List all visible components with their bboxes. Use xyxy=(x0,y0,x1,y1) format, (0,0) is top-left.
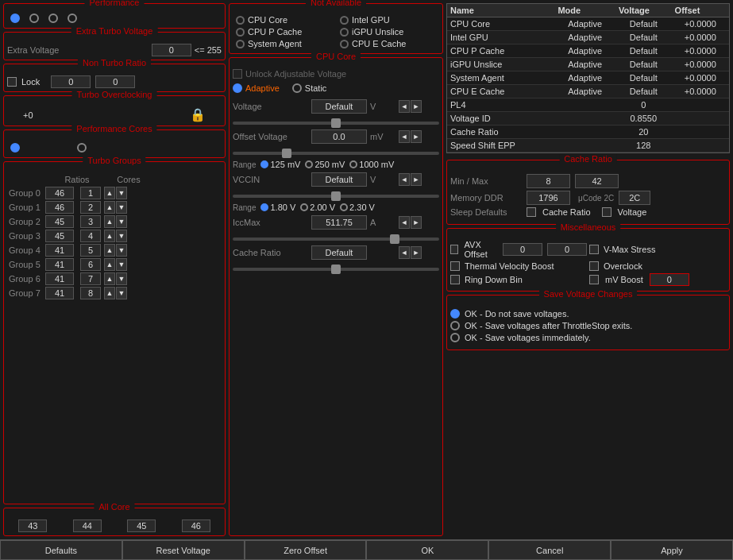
mvboost-checkbox[interactable] xyxy=(589,275,599,284)
range-250[interactable]: 250 mV xyxy=(305,160,345,169)
group-7-ratio[interactable] xyxy=(45,287,74,299)
cache-ratio-input[interactable] xyxy=(311,245,367,260)
sleep-cache-ratio-checkbox[interactable] xyxy=(527,207,536,217)
perf-cores-radio-1[interactable] xyxy=(77,143,87,153)
unlock-checkbox[interactable] xyxy=(233,69,242,79)
voltage-up[interactable]: ◄ xyxy=(399,100,410,113)
cache-ratio-down[interactable]: ► xyxy=(411,246,422,259)
group-5-down[interactable]: ▼ xyxy=(116,258,127,271)
range-125-radio[interactable] xyxy=(260,160,268,168)
group-0-down[interactable]: ▼ xyxy=(116,187,127,199)
perf-radio-2[interactable] xyxy=(48,14,58,23)
save-option-2[interactable]: OK - Save voltages immediately. xyxy=(450,333,726,342)
cache-ratio-up[interactable]: ◄ xyxy=(399,246,410,259)
vccin-200-radio[interactable] xyxy=(300,203,308,211)
vmax-checkbox[interactable] xyxy=(589,245,599,254)
table-row[interactable]: CPU P Cache Adaptive Default +0.0000 xyxy=(447,44,729,58)
vccin-down[interactable]: ► xyxy=(411,173,422,186)
vccin-up[interactable]: ◄ xyxy=(399,173,410,186)
offset-up[interactable]: ◄ xyxy=(399,130,410,143)
table-row[interactable]: System Agent Adaptive Default +0.0000 xyxy=(447,71,729,85)
all-core-val-1[interactable] xyxy=(73,519,102,532)
vccin-200[interactable]: 2.00 V xyxy=(300,203,335,212)
avx-checkbox[interactable] xyxy=(450,245,458,254)
save-radio-0[interactable] xyxy=(450,309,460,319)
voltage-field-input[interactable] xyxy=(311,99,367,114)
min-input[interactable] xyxy=(527,174,570,188)
na-radio-cpu-e-cache[interactable] xyxy=(340,40,349,48)
memddr-input[interactable] xyxy=(527,191,570,205)
group-5-cores[interactable] xyxy=(80,258,101,271)
group-4-cores[interactable] xyxy=(80,244,101,257)
na-radio-system-agent[interactable] xyxy=(236,40,245,48)
offset-input[interactable] xyxy=(311,129,367,144)
mvboost-input[interactable] xyxy=(650,273,689,286)
range-250-radio[interactable] xyxy=(305,160,313,168)
group-2-up[interactable]: ▲ xyxy=(104,215,115,228)
group-3-down[interactable]: ▼ xyxy=(116,230,127,242)
na-radio-igpu-unslice[interactable] xyxy=(340,28,349,37)
all-core-val-3[interactable] xyxy=(182,519,210,532)
group-5-ratio[interactable] xyxy=(45,258,74,271)
perf-radio-0[interactable] xyxy=(10,14,20,23)
perf-radio-1[interactable] xyxy=(29,14,39,23)
group-7-down[interactable]: ▼ xyxy=(116,287,127,299)
group-6-ratio[interactable] xyxy=(45,272,74,285)
group-2-cores[interactable] xyxy=(80,215,101,228)
group-0-ratio[interactable] xyxy=(45,187,74,199)
table-row[interactable]: Voltage ID 0.8550 xyxy=(447,112,729,126)
non-turbo-val1[interactable] xyxy=(51,75,91,88)
group-2-ratio[interactable] xyxy=(45,215,74,228)
perf-cores-radio-0[interactable] xyxy=(10,143,20,153)
vccin-180-radio[interactable] xyxy=(260,203,268,211)
group-6-up[interactable]: ▲ xyxy=(104,272,115,285)
apply-button[interactable]: Apply xyxy=(611,540,733,560)
group-2-down[interactable]: ▼ xyxy=(116,215,127,228)
na-radio-intel-gpu[interactable] xyxy=(340,16,349,25)
max-input[interactable] xyxy=(575,174,619,188)
table-row[interactable]: CPU E Cache Adaptive Default +0.0000 xyxy=(447,85,729,98)
vccin-230[interactable]: 2.30 V xyxy=(340,203,375,212)
reset-voltage-button[interactable]: Reset Voltage xyxy=(122,540,245,560)
table-row[interactable]: PL4 0 xyxy=(447,98,729,112)
na-radio-cpu-core[interactable] xyxy=(236,16,245,25)
iccmax-down[interactable]: ► xyxy=(411,216,422,229)
perf-radio-3[interactable] xyxy=(68,14,77,23)
table-row[interactable]: Speed Shift EPP 128 xyxy=(447,139,729,153)
table-row[interactable]: Cache Ratio 20 xyxy=(447,126,729,139)
sleep-voltage-checkbox[interactable] xyxy=(602,207,611,217)
table-row[interactable]: Intel GPU Adaptive Default +0.0000 xyxy=(447,31,729,44)
group-6-cores[interactable] xyxy=(80,272,101,285)
save-radio-2[interactable] xyxy=(450,333,460,342)
save-option-1[interactable]: OK - Save voltages after ThrottleStop ex… xyxy=(450,321,726,330)
all-core-val-0[interactable] xyxy=(18,519,47,532)
table-row[interactable]: iGPU Unslice Adaptive Default +0.0000 xyxy=(447,58,729,71)
cache-ratio-slider[interactable] xyxy=(233,268,439,271)
group-4-down[interactable]: ▼ xyxy=(116,244,127,257)
ok-button[interactable]: OK xyxy=(366,540,488,560)
group-1-up[interactable]: ▲ xyxy=(104,201,115,214)
group-1-cores[interactable] xyxy=(80,201,101,214)
voltage-slider[interactable] xyxy=(233,122,439,125)
voltage-down[interactable]: ► xyxy=(411,100,422,113)
group-1-down[interactable]: ▼ xyxy=(116,201,127,214)
iccmax-slider[interactable] xyxy=(233,238,439,241)
ringdown-checkbox[interactable] xyxy=(450,275,460,284)
overclock-checkbox[interactable] xyxy=(589,261,599,271)
offset-slider[interactable] xyxy=(233,152,439,155)
group-4-ratio[interactable] xyxy=(45,244,74,257)
avx-val1[interactable] xyxy=(503,243,542,256)
range-1000[interactable]: 1000 mV xyxy=(349,160,394,169)
group-0-up[interactable]: ▲ xyxy=(104,187,115,199)
offset-down[interactable]: ► xyxy=(411,130,422,143)
iccmax-up[interactable]: ◄ xyxy=(399,216,410,229)
group-5-up[interactable]: ▲ xyxy=(104,258,115,271)
group-3-ratio[interactable] xyxy=(45,230,74,242)
group-0-cores[interactable] xyxy=(80,187,101,199)
group-7-up[interactable]: ▲ xyxy=(104,287,115,299)
non-turbo-val2[interactable] xyxy=(95,75,135,88)
zero-offset-button[interactable]: Zero Offset xyxy=(245,540,367,560)
cancel-button[interactable]: Cancel xyxy=(488,540,611,560)
avx-val2[interactable] xyxy=(547,243,587,256)
defaults-button[interactable]: Defaults xyxy=(0,540,122,560)
